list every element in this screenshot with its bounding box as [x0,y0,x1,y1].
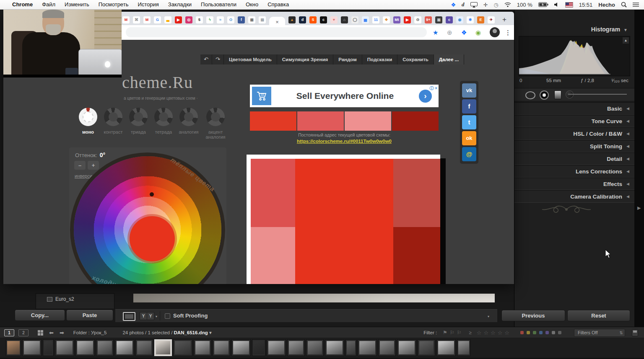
nav-tab[interactable]: Цветовая Модель [224,54,277,65]
filename-caret[interactable]: ▾ [209,330,212,335]
nav-tab[interactable]: Рандом [333,54,362,65]
nav-tab[interactable]: Далее ... [434,54,464,65]
social-mailru-icon[interactable]: @ [462,147,476,161]
filmstrip-thumbnail[interactable] [325,339,344,356]
previous-photo-arrow[interactable]: ⬅ [49,330,54,336]
tab-favicon[interactable]: 9+ [425,16,432,23]
browser-menu-icon[interactable]: ⋮ [505,29,511,36]
scheme-button[interactable]: триада [126,108,151,139]
hue-minus-button[interactable]: – [74,161,86,170]
tab-favicon[interactable]: c [446,16,453,23]
filmstrip-thumbnail[interactable] [306,339,324,356]
menu-item-пользователи[interactable]: Пользователи [196,0,241,9]
folder-breadcrumb[interactable]: Folder : Урок_5 [73,330,107,335]
tab-favicon[interactable]: ♥ [330,16,338,23]
panel-basic[interactable]: Basic◀ [514,102,634,115]
profile-avatar[interactable] [490,27,500,37]
color-label-filter[interactable] [539,331,543,334]
copy-button[interactable]: Copy... [15,310,65,321]
social-odnoklassniki-icon[interactable]: ok [462,131,476,145]
histogram-chart[interactable]: ▲ [519,36,630,76]
social-facebook-icon[interactable]: f [462,99,476,114]
before-after-right-icon[interactable]: Y [147,312,154,320]
filmstrip-thumbnail[interactable] [252,339,265,356]
nav-tab[interactable]: Подсказки [362,54,398,65]
star-filter-icon[interactable]: ☆ [483,330,488,336]
filmstrip-thumbnail[interactable] [436,339,456,356]
filmstrip-thumbnail[interactable] [96,339,114,356]
notification-center-icon[interactable] [633,2,639,7]
view-mode-caret[interactable]: ▾ [156,315,157,318]
right-panel-toggle[interactable]: ▶ [634,9,644,359]
dropbox-extension-icon[interactable]: ❖ [461,29,467,36]
hue-plus-button[interactable]: + [88,161,99,170]
scheme-button[interactable]: аналогия [176,108,201,139]
filmstrip-thumbnail[interactable] [75,339,95,356]
tab-favicon[interactable]: ≈ [217,16,224,23]
flag-filter-icon[interactable]: ⚐ [457,330,462,336]
selection-status[interactable]: 24 photos / 1 selected / DAN_6516.dng ▾ [122,330,211,336]
menu-item-история[interactable]: История [133,0,163,9]
tab-favicon[interactable]: S [309,16,317,23]
star-filter-icon[interactable]: ☆ [491,330,496,336]
wifi-icon[interactable] [504,2,511,7]
tab-favicon[interactable]: ▶ [404,16,411,23]
tab-favicon[interactable]: ◯ [351,16,358,23]
menu-item-окно[interactable]: Окно [241,0,263,9]
tab-favicon[interactable]: ▅ [362,16,369,23]
color-label-filter[interactable] [533,331,536,334]
history-icon[interactable]: ↶ [200,54,212,65]
tab-favicon[interactable]: ʘ [414,16,421,23]
filmstrip-thumbnail[interactable] [397,339,416,356]
social-vk-icon[interactable]: vk [462,83,476,98]
menu-item-справка[interactable]: Справка [263,0,293,9]
menu-item-файл[interactable]: Файл [37,0,60,9]
filter-toggle-switch[interactable] [632,329,638,336]
new-tab-button[interactable]: + [502,15,506,24]
tab-favicon[interactable]: ✱ [467,16,474,23]
color-label-filter[interactable] [527,331,530,334]
panel-detail[interactable]: Detail◀ [514,152,634,165]
tab-favicon[interactable]: ◉ [456,16,463,23]
filmstrip-thumbnail[interactable] [358,339,377,356]
filmstrip-thumbnail[interactable] [457,339,470,356]
tab-favicon[interactable]: Mt [393,16,400,23]
tool-slider[interactable] [568,94,627,95]
preset-item[interactable]: Euro_s2 [36,294,114,302]
palette-swatch[interactable] [345,111,391,131]
panel-tone-curve[interactable]: Tone Curve◀ [514,115,634,127]
filmstrip-thumbnail[interactable] [267,339,286,356]
expand-icon[interactable]: ▲ [623,37,629,44]
scheme-button[interactable]: акцент аналогия [201,108,230,139]
spotlight-icon[interactable] [621,2,627,8]
star-filter-icon[interactable]: ☆ [477,330,482,336]
nav-tab[interactable]: Сохранить [397,54,434,65]
invert-link[interactable]: инверсия [75,173,95,178]
color-label-filter[interactable] [520,331,524,334]
color-label-filter[interactable] [558,331,561,334]
loupe-view-icon[interactable] [123,312,135,321]
crop-tool-icon[interactable] [525,91,535,99]
filmstrip-thumbnail[interactable] [43,339,54,356]
before-after-left-icon[interactable]: Y [140,312,147,320]
scheme-mono-button[interactable]: моно [75,108,101,139]
main-window-button[interactable]: 1 [4,329,14,336]
nav-tab[interactable]: Симуляция Зрения [277,54,333,65]
filmstrip-thumbnail[interactable] [345,339,356,356]
history-icon[interactable]: ↷ [212,54,224,65]
d-menubar-icon[interactable]: d [462,1,465,8]
palette-swatch[interactable] [392,111,439,131]
filmstrip-thumbnail[interactable] [115,339,134,356]
tab-favicon[interactable]: d [299,16,306,23]
palette-swatch[interactable] [250,111,296,131]
tab-favicon[interactable]: f [238,16,245,23]
tab-favicon[interactable]: ◎ [185,16,192,23]
tab-favicon[interactable]: G [154,16,161,23]
reset-button[interactable]: Reset [567,310,630,321]
palette-swatch[interactable] [297,111,344,131]
scheme-button[interactable]: тетрада [151,108,176,139]
tab-favicon[interactable]: c [320,16,327,23]
move-tool-icon[interactable]: ✛ [483,2,488,8]
second-window-button[interactable]: 2 [18,329,29,336]
panel-camera-calibration[interactable]: Camera Calibration◀ [514,190,634,203]
